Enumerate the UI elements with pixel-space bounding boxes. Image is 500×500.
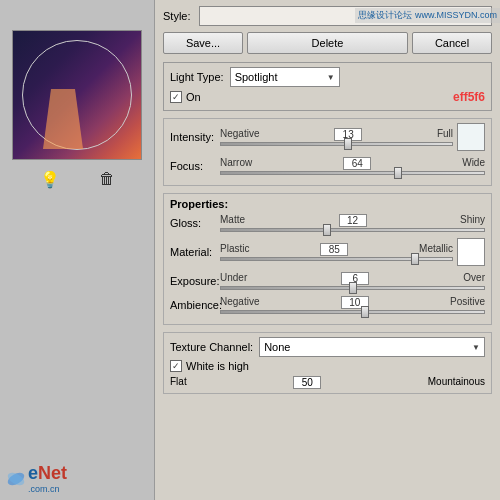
preview-box [12,30,142,160]
intensity-slider[interactable] [220,142,453,146]
enet-logo: e [28,463,38,484]
exposure-label: Exposure: [170,275,220,287]
exposure-slider[interactable] [220,286,485,290]
white-high-label: White is high [186,360,249,372]
butterfly-icon [6,467,26,491]
white-high-row: ✓ White is high [170,360,485,372]
ambience-label: Ambience: [170,299,220,311]
ambience-row: Ambience: Negative 10 Positive [170,296,485,314]
height-value[interactable]: 50 [293,376,321,389]
gloss-content: Matte 12 Shiny [220,214,485,232]
material-content: Plastic 85 Metallic [220,243,453,261]
focus-content: Narrow 64 Wide [220,157,485,175]
intensity-focus-section: Intensity: Negative 13 Full Focus: Narro… [163,118,492,186]
gloss-slider[interactable] [220,228,485,232]
texture-channel-dropdown[interactable]: None ▼ [259,337,485,357]
flat-mountainous-labels: Flat 50 Mountainous [170,376,485,389]
texture-channel-row: Texture Channel: None ▼ [170,337,485,357]
light-type-section: Light Type: Spotlight ▼ ✓ On eff5f6 [163,62,492,111]
focus-row: Focus: Narrow 64 Wide [170,157,485,175]
forum-watermark: 思缘设计论坛 www.MISSYDN.com [355,8,500,23]
right-panel: 思缘设计论坛 www.MISSYDN.com Style: Save... De… [155,0,500,500]
dropdown-arrow-icon: ▼ [327,73,335,82]
properties-section: Properties: Gloss: Matte 12 Shiny Materi… [163,193,492,325]
exposure-row: Exposure: Under 6 Over [170,272,485,290]
intensity-label: Intensity: [170,131,220,143]
properties-title: Properties: [170,198,485,210]
texture-section: Texture Channel: None ▼ ✓ White is high … [163,332,492,394]
texture-channel-label: Texture Channel: [170,341,253,353]
material-label: Material: [170,246,220,258]
trash-icon[interactable]: 🗑 [99,170,115,189]
light-type-label: Light Type: [170,71,224,83]
intensity-color-swatch[interactable] [457,123,485,151]
white-high-checkbox[interactable]: ✓ [170,360,182,372]
save-button[interactable]: Save... [163,32,243,54]
button-row: Save... Delete Cancel [163,32,492,54]
on-checkbox[interactable]: ✓ [170,91,182,103]
domain-label: .com.cn [28,484,67,494]
light-type-value: Spotlight [235,71,278,83]
material-color-swatch[interactable] [457,238,485,266]
texture-dropdown-arrow-icon: ▼ [472,343,480,352]
flat-label: Flat [170,376,187,389]
preview-image [13,31,141,159]
gloss-row: Gloss: Matte 12 Shiny [170,214,485,232]
gloss-label: Gloss: [170,217,220,229]
material-slider[interactable] [220,257,453,261]
mountainous-label: Mountainous [428,376,485,389]
on-label: On [186,91,201,103]
ambience-slider[interactable] [220,310,485,314]
cancel-button[interactable]: Cancel [412,32,492,54]
left-panel: 💡 🗑 e Net .com.cn [0,0,155,500]
material-row: Material: Plastic 85 Metallic [170,238,485,266]
color-hex: eff5f6 [453,90,485,104]
light-type-row: Light Type: Spotlight ▼ [170,67,485,87]
texture-channel-value: None [264,341,290,353]
on-row: ✓ On eff5f6 [170,90,485,104]
intensity-content: Negative 13 Full [220,128,453,146]
light-type-dropdown[interactable]: Spotlight ▼ [230,67,340,87]
intensity-row: Intensity: Negative 13 Full [170,123,485,151]
watermark: e Net .com.cn [0,457,154,500]
delete-button[interactable]: Delete [247,32,408,54]
style-label: Style: [163,10,193,22]
exposure-content: Under 6 Over [220,272,485,290]
net-logo: Net [38,463,67,484]
light-icon[interactable]: 💡 [40,170,60,189]
preview-controls: 💡 🗑 [0,164,154,195]
focus-label: Focus: [170,160,220,172]
ambience-content: Negative 10 Positive [220,296,485,314]
focus-slider[interactable] [220,171,485,175]
svg-point-1 [6,470,26,488]
